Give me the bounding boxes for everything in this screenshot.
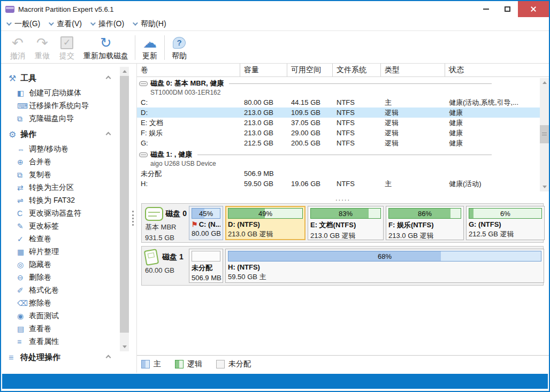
sidebar-item-hide-volume[interactable]: ◎隐藏卷	[1, 258, 129, 271]
partition-block-g[interactable]: 6% G: (NTFS) 212.5 GB 逻辑	[466, 206, 545, 240]
partition-block-d[interactable]: 49% D: (NTFS) 213.0 GB 逻辑	[225, 206, 305, 240]
sidebar-scrollbar[interactable]	[120, 67, 129, 351]
reload-disks-button[interactable]: ↻ 重新加载磁盘	[79, 33, 133, 62]
menu-bar: 一般(G) 查看(V) 操作(O) 帮助(H)	[1, 17, 549, 31]
cell-volume: E: 文档	[137, 118, 240, 128]
cell-capacity: 213.0 GB	[240, 109, 287, 117]
column-header-volume[interactable]: 卷	[137, 64, 240, 76]
menu-general[interactable]: 一般(G)	[6, 19, 40, 29]
column-header-type[interactable]: 类型	[381, 64, 445, 76]
sidebar-item-delete-volume[interactable]: ⊖删除卷	[1, 271, 129, 284]
scroll-up-arrow[interactable]	[120, 67, 129, 76]
sidebar-item-merge-volume[interactable]: ⊕合并卷	[1, 156, 129, 168]
column-header-status[interactable]: 状态	[445, 64, 549, 76]
collapse-icon[interactable]	[106, 132, 111, 137]
legend-label: 逻辑	[187, 359, 202, 369]
cell-fs: NTFS	[333, 109, 381, 117]
volume-row-g[interactable]: G: 212.5 GB 200.5 GB NTFS 逻辑 健康	[137, 138, 540, 148]
sidebar-item-copy-volume[interactable]: ⧉复制卷	[1, 168, 129, 181]
scroll-down-arrow[interactable]	[120, 342, 129, 351]
sidebar-item-format-volume[interactable]: ✐格式化卷	[1, 284, 129, 297]
volume-list-scrollbar[interactable]	[540, 78, 549, 191]
operations-icon: ⚙	[9, 129, 20, 140]
redo-button[interactable]: ↷ 重做	[30, 33, 55, 62]
sidebar-section-tools[interactable]: ⚒ 工具	[1, 69, 129, 87]
disk-icon	[139, 81, 148, 86]
column-header-capacity[interactable]: 容量	[240, 64, 287, 76]
disk-group-title: 磁盘 0: 基本 MBR, 健康	[150, 79, 224, 88]
cell-volume: H:	[137, 180, 240, 188]
menu-operations[interactable]: 操作(O)	[90, 19, 124, 29]
scroll-down-arrow[interactable]	[540, 182, 549, 191]
sidebar-item-view-volume[interactable]: ▤查看卷	[1, 322, 129, 335]
disk-group-header[interactable]: 磁盘 1: , 健康 aigo U268 USB Device	[137, 148, 540, 168]
volume-row-c[interactable]: C: 80.00 GB 44.15 GB NTFS 主 健康(活动,系统,引导,…	[137, 97, 540, 107]
sidebar-resize-handle[interactable]	[129, 64, 137, 373]
sidebar-item-clone-disk[interactable]: ⧉克隆磁盘向导	[1, 112, 129, 125]
scrollbar-thumb[interactable]	[540, 125, 549, 143]
volume-row-h[interactable]: H: 59.50 GB 19.06 GB NTFS 主 健康(活动)	[137, 179, 540, 189]
volume-row-f[interactable]: F: 娱乐 213.0 GB 29.00 GB NTFS 逻辑 健康	[137, 128, 540, 138]
sidebar-item-view-properties[interactable]: ≡查看属性	[1, 335, 129, 348]
sidebar-item-convert-primary[interactable]: ⇄转换为主分区	[1, 181, 129, 194]
view-volume-icon: ▤	[17, 325, 29, 333]
sidebar-item-change-drive-letter[interactable]: C更改驱动器盘符	[1, 207, 129, 220]
volume-row-e[interactable]: E: 文档 213.0 GB 37.05 GB NTFS 逻辑 健康	[137, 118, 540, 128]
list-map-splitter[interactable]: .....	[137, 193, 549, 203]
item-label: 更改标签	[29, 221, 59, 231]
cell-volume: D:	[137, 109, 240, 117]
commit-button[interactable]: ✓ 提交	[55, 33, 79, 62]
volume-table-header: 卷 容量 可用空间 文件系统 类型 状态	[137, 64, 549, 77]
undo-icon: ↶	[12, 34, 24, 51]
menu-help[interactable]: 帮助(H)	[133, 19, 166, 29]
sidebar-item-bootable-media[interactable]: ◧创建可启动媒体	[1, 87, 129, 99]
update-button[interactable]: ☁↑ 更新	[138, 33, 162, 62]
usage-bar: 68%	[228, 251, 541, 262]
usage-bar	[192, 251, 220, 262]
sidebar-item-surface-test[interactable]: ◉表面测试	[1, 310, 129, 322]
help-button[interactable]: ? 帮助	[167, 33, 192, 62]
cell-free: 109.5 GB	[287, 109, 333, 117]
copy-volume-icon: ⧉	[17, 171, 29, 180]
scroll-up-arrow[interactable]	[540, 78, 549, 87]
sidebar-item-change-label[interactable]: ✎更改标签	[1, 220, 129, 233]
sidebar-item-convert-fat32[interactable]: ⇌转换为 FAT32	[1, 194, 129, 207]
usage-bar: 86%	[388, 208, 461, 219]
column-header-file-system[interactable]: 文件系统	[333, 64, 381, 76]
menu-view[interactable]: 查看(V)	[49, 19, 82, 29]
sidebar-item-wipe-volume[interactable]: ⌫擦除卷	[1, 297, 129, 310]
cell-type: 主	[381, 179, 445, 189]
partition-block-f[interactable]: 86% F: 娱乐(NTFS) 213.0 GB 逻辑	[386, 206, 464, 240]
collapse-icon[interactable]	[106, 355, 111, 360]
sidebar-item-resize-move[interactable]: ⇔调整/移动卷	[1, 143, 129, 156]
undo-button[interactable]: ↶ 撤消	[5, 33, 30, 62]
partition-block-h[interactable]: 68% H: (NTFS) 59.50 GB 主	[225, 249, 544, 283]
partition-size: 213.0 GB 逻辑	[388, 231, 461, 241]
partition-block-unallocated[interactable]: 未分配 506.9 MB	[189, 249, 223, 283]
section-title: 工具	[20, 73, 36, 83]
sidebar-item-migrate-os[interactable]: ⌨迁移操作系统向导	[1, 99, 129, 112]
sidebar-section-pending-operations[interactable]: ≡ 待处理操作	[1, 348, 129, 366]
cell-fs: NTFS	[333, 129, 381, 137]
item-label: 碎片整理	[29, 247, 59, 257]
partition-block-e[interactable]: 83% E: 文档(NTFS) 213.0 GB 逻辑	[308, 206, 384, 240]
column-header-free-space[interactable]: 可用空间	[287, 64, 333, 76]
item-label: 删除卷	[29, 273, 51, 282]
drag-dots-icon	[132, 211, 134, 226]
partition-block-c[interactable]: 45% ⚑C: (N... 80.00 GB	[189, 206, 223, 240]
disk-group-header[interactable]: 磁盘 0: 基本 MBR, 健康 ST1000DM 003-1ER162	[137, 77, 540, 97]
pending-operations-icon: ≡	[9, 353, 20, 363]
volume-row-unallocated[interactable]: 未分配 506.9 MB	[137, 168, 540, 179]
volume-row-d[interactable]: D: 213.0 GB 109.5 GB NTFS 逻辑 健康	[137, 107, 540, 118]
usage-percent: 45%	[192, 209, 220, 218]
sidebar-item-check-volume[interactable]: ✓检查卷	[1, 233, 129, 245]
collapse-icon[interactable]	[106, 76, 111, 81]
close-button[interactable]	[518, 1, 549, 17]
cell-type: 主	[381, 98, 445, 107]
scrollbar-thumb[interactable]	[120, 76, 129, 333]
sidebar-item-defrag[interactable]: ▦碎片整理	[1, 245, 129, 258]
sidebar-section-operations[interactable]: ⚙ 操作	[1, 125, 129, 143]
minimize-button[interactable]	[475, 1, 496, 17]
triangle-up-icon	[123, 70, 127, 73]
maximize-button[interactable]	[496, 1, 518, 17]
